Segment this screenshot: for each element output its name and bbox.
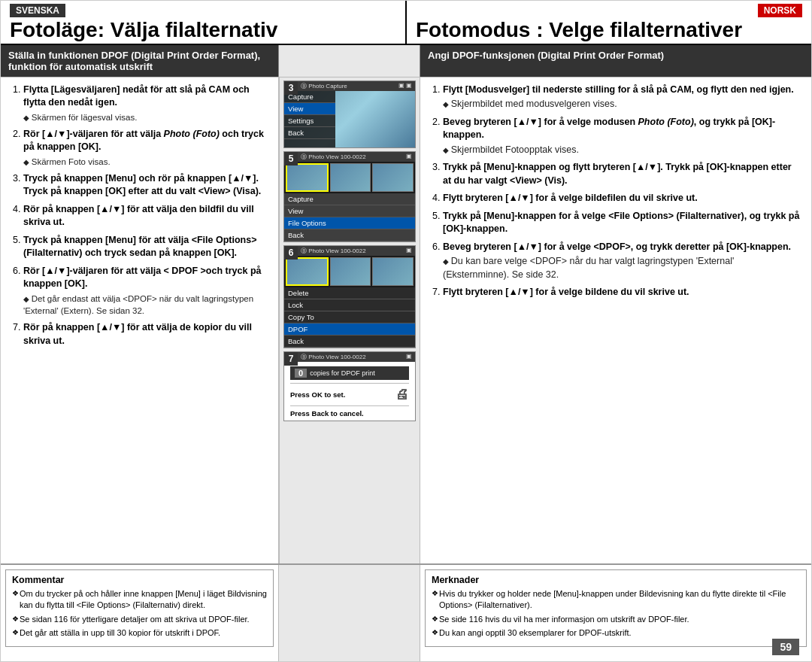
right-step-4: Flytt bryteren [▲/▼] for å velge bildefi… — [443, 192, 802, 205]
screen-5-menu-fileopts[interactable]: File Options — [284, 217, 415, 229]
screen-6-num: 6 — [284, 246, 298, 260]
back-text: Press Back to cancel. — [290, 409, 364, 418]
screen-3-photo: Capture View Settings Back — [284, 91, 415, 147]
screen-6-thumbs — [284, 256, 415, 287]
screen-6-menu: Delete Lock Copy To DPOF Back — [284, 287, 415, 348]
screen-3: 3 Ⓑ Photo Capture ▣ ▣ Capture View Setti… — [283, 80, 416, 148]
thumb-1 — [286, 163, 329, 192]
note-right-bullet-3: Du kan angi opptil 30 eksemplarer for DP… — [432, 627, 800, 639]
screen-6-delete[interactable]: Delete — [284, 287, 415, 299]
bottom-section: Kommentar Om du trycker på och håller in… — [1, 563, 811, 661]
note-right-bullet-2: Se side 116 hvis du vil ha mer informasj… — [432, 614, 800, 625]
right-step-5: Trykk på [Menu]-knappen for å velge <Fil… — [443, 210, 802, 236]
screen-3-num: 3 — [284, 81, 298, 95]
left-step-6-bullet: Det går endast att välja <DPOF> när du v… — [23, 293, 269, 317]
svenska-badge: SVENSKA — [10, 4, 65, 17]
left-section-header: Ställa in funktionen DPOF (Digital Print… — [1, 45, 279, 77]
left-step-4: Rör på knappen [▲/▼] för att välja den b… — [23, 203, 269, 229]
right-step-6: Beveg bryteren [▲/▼] for å velge <DPOF>,… — [443, 241, 802, 282]
screen-6-back[interactable]: Back — [284, 336, 415, 348]
note-box-left: Kommentar Om du trycker på och håller in… — [5, 569, 274, 647]
screen-6-copyto[interactable]: Copy To — [284, 311, 415, 323]
right-steps: Flytt [Modusvelger] til nederste stillin… — [420, 77, 811, 563]
screen-3-menu-settings[interactable]: Settings — [284, 115, 335, 127]
left-step-6: Rör [▲/▼]-väljaren för att välja < DPOF … — [23, 265, 269, 317]
right-step-1-bullet: Skjermbildet med modusvelgeren vises. — [443, 98, 802, 111]
center-placeholder — [279, 45, 420, 77]
note-right-bullets: Hvis du trykker og holder nede [Menu]-kn… — [432, 588, 800, 639]
header-left: SVENSKA Fotoläge: Välja filalternativ — [1, 1, 407, 44]
note-left-bullets: Om du trycker på och håller inne knappen… — [12, 588, 267, 639]
note-left-bullet-1: Om du trycker på och håller inne knappen… — [12, 588, 267, 612]
screen-7-content: 0 copies for DPOF print Press OK to set.… — [284, 362, 415, 421]
page: SVENSKA Fotoläge: Välja filalternativ NO… — [0, 0, 812, 662]
divider-1 — [290, 383, 409, 384]
screen-6-topbar: Ⓑ Photo View 100-0022 ▣ — [284, 246, 415, 256]
printer-icon: 🖨 — [395, 387, 409, 402]
screen-5-thumbs — [284, 162, 415, 193]
screen-3-menu-back[interactable]: Back — [284, 127, 335, 139]
header-right: NORSK Fotomodus : Velge filalternativer — [407, 1, 811, 44]
back-row: Press Back to cancel. — [290, 409, 409, 418]
copies-label: copies for DPOF print — [310, 369, 375, 377]
divider-2 — [290, 405, 409, 406]
left-step-5: Tryck på knappen [Menu] för att välja <F… — [23, 234, 269, 260]
right-main-title: Fotomodus : Velge filalternativer — [416, 19, 802, 42]
left-main-title: Fotoläge: Välja filalternativ — [10, 19, 396, 42]
screen-6-thumb-1 — [286, 257, 329, 286]
right-step-2: Beveg bryteren [▲/▼] for å velge modusen… — [443, 116, 802, 157]
left-step-7: Rör på knappen [▲/▼] för att välja de ko… — [23, 321, 269, 348]
right-step-3: Trykk på [Menu]-knappen og flytt brytere… — [443, 161, 802, 187]
left-step-1: Flytta [Lägesväljaren] nedåt för att slå… — [23, 84, 269, 123]
screen-6-dpof[interactable]: DPOF — [284, 323, 415, 336]
left-text-column: Flytta [Lägesväljaren] nedåt för att slå… — [1, 77, 279, 563]
left-step-2-bullet: Skärmen Foto visas. — [23, 156, 269, 168]
note-right-title: Merknader — [432, 575, 800, 585]
header: SVENSKA Fotoläge: Välja filalternativ NO… — [1, 1, 811, 45]
screen-7-topbar: Ⓑ Photo View 100-0022 ▣ — [284, 352, 415, 362]
left-step-1-bullet: Skärmen för lägesval visas. — [23, 111, 269, 123]
screen-5-menu-view[interactable]: View — [284, 205, 415, 217]
screen-5-topbar: Ⓑ Photo View 100-0022 ▣ — [284, 152, 415, 162]
norsk-badge: NORSK — [758, 4, 802, 17]
right-step-7: Flytt bryteren [▲/▼] for å velge bildene… — [443, 286, 802, 299]
screen-7-num: 7 — [284, 352, 298, 366]
copies-number: 0 — [295, 369, 307, 378]
note-left-bullet-2: Se sidan 116 för ytterligare detaljer om… — [12, 614, 267, 625]
left-step-2: Rör [▲/▼]-väljaren för att välja Photo (… — [23, 128, 269, 168]
screen-5-menu-back[interactable]: Back — [284, 229, 415, 241]
screen-5-num: 5 — [284, 152, 298, 166]
screen-6: 6 Ⓑ Photo View 100-0022 ▣ Delete Lock Co… — [283, 245, 416, 348]
screen-5: 5 Ⓑ Photo View 100-0022 ▣ Capture View F… — [283, 151, 416, 242]
right-step-1: Flytt [Modusvelger] til nederste stillin… — [443, 84, 802, 111]
left-step-3: Tryck på knappen [Menu] och rör på knapp… — [23, 172, 269, 199]
right-section-header: Angi DPOF-funksjonen (Digital Print Orde… — [420, 45, 811, 77]
note-left-bullet-3: Det går att ställa in upp till 30 kopior… — [12, 627, 267, 639]
ok-text: Press OK to set. — [290, 390, 345, 399]
thumb-3 — [372, 163, 414, 192]
page-number: 59 — [772, 639, 799, 655]
main-content: Flytta [Lägesväljaren] nedåt för att slå… — [1, 77, 811, 563]
note-box-right: Merknader Hvis du trykker og holder nede… — [425, 569, 807, 647]
screen-7: 7 Ⓑ Photo View 100-0022 ▣ 0 copies for D… — [283, 351, 416, 421]
note-right-bullet-1: Hvis du trykker og holder nede [Menu]-kn… — [432, 588, 800, 612]
right-step-6-bullet: Du kan bare velge <DPOF> når du har valg… — [443, 255, 802, 281]
screen-6-thumb-3 — [372, 257, 414, 286]
note-left-title: Kommentar — [12, 575, 267, 585]
screen-6-thumb-2 — [330, 257, 371, 286]
screenshots-column: 3 Ⓑ Photo Capture ▣ ▣ Capture View Setti… — [279, 77, 420, 563]
left-steps: Flytta [Lägesväljaren] nedåt för att slå… — [1, 77, 278, 563]
screen-5-menu-capture[interactable]: Capture — [284, 193, 415, 205]
section-headers: Ställa in funktionen DPOF (Digital Print… — [1, 45, 811, 77]
bottom-right: Merknader Hvis du trykker og holder nede… — [420, 565, 811, 661]
copies-bar: 0 copies for DPOF print — [290, 366, 409, 380]
screen-5-menu: Capture View File Options Back — [284, 193, 415, 241]
thumb-2 — [330, 163, 371, 192]
right-text-column: Flytt [Modusvelger] til nederste stillin… — [420, 77, 811, 563]
screen-6-lock[interactable]: Lock — [284, 299, 415, 311]
ok-row: Press OK to set. 🖨 — [290, 387, 409, 402]
right-step-2-bullet: Skjermbildet Fotoopptak vises. — [443, 144, 802, 157]
screen-3-menu-view[interactable]: View — [284, 103, 335, 115]
screen-3-menu: Capture View Settings Back — [284, 91, 335, 147]
bottom-left: Kommentar Om du trycker på och håller in… — [1, 565, 279, 661]
